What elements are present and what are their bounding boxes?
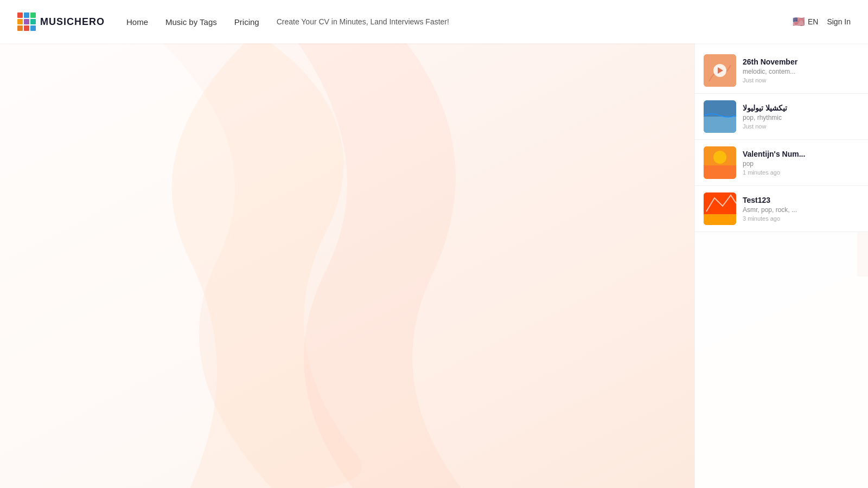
music-time-2: Just now (743, 123, 859, 130)
music-item-2[interactable]: تيكشيلا تيوليولا pop, rhythmic Just now (695, 94, 868, 140)
logo-cell (17, 12, 23, 18)
nav-home[interactable]: Home (126, 17, 148, 27)
logo-cell (30, 19, 36, 24)
nav-right: 🇺🇸 EN Sign In (793, 16, 851, 28)
logo-cell (17, 25, 23, 31)
lang-label: EN (808, 17, 818, 26)
language-selector[interactable]: 🇺🇸 EN (793, 16, 818, 28)
logo-cell (24, 25, 29, 31)
music-thumbnail-1 (704, 54, 736, 87)
music-title-1: 26th November (743, 57, 859, 66)
music-time-3: 1 minutes ago (743, 169, 859, 176)
music-item-3[interactable]: Valentijn's Num... pop 1 minutes ago (695, 140, 868, 186)
svg-rect-5 (704, 165, 736, 179)
music-side-panel: 26th November melodic, contem... Just no… (694, 43, 868, 488)
music-tags-4: Asmr, pop, rock, ... (743, 206, 859, 214)
logo-cell (17, 19, 23, 24)
nav-links: Home Music by Tags Pricing Create Your C… (126, 17, 793, 27)
music-thumbnail-2 (704, 100, 736, 133)
logo-cell (30, 25, 36, 31)
music-time-1: Just now (743, 77, 859, 84)
music-item-4[interactable]: Test123 Asmr, pop, rock, ... 3 minutes a… (695, 186, 868, 232)
flag-icon: 🇺🇸 (793, 16, 805, 28)
logo-cell (24, 19, 29, 24)
music-info-4: Test123 Asmr, pop, rock, ... 3 minutes a… (743, 196, 859, 222)
play-button-1[interactable] (713, 64, 726, 77)
music-tags-1: melodic, contem... (743, 68, 859, 75)
music-info-1: 26th November melodic, contem... Just no… (743, 57, 859, 84)
logo[interactable]: MUSICHERO (17, 12, 105, 31)
svg-point-6 (713, 151, 726, 164)
music-item-1[interactable]: 26th November melodic, contem... Just no… (695, 48, 868, 94)
svg-rect-8 (704, 214, 736, 225)
nav-music-by-tags[interactable]: Music by Tags (165, 17, 217, 27)
logo-text: MUSICHERO (40, 16, 105, 28)
logo-grid (17, 12, 36, 31)
logo-cell (24, 12, 29, 18)
navbar: MUSICHERO Home Music by Tags Pricing Cre… (0, 0, 868, 43)
music-title-2: تيكشيلا تيوليولا (743, 104, 859, 112)
music-info-3: Valentijn's Num... pop 1 minutes ago (743, 150, 859, 176)
music-thumbnail-3 (704, 146, 736, 179)
nav-pricing[interactable]: Pricing (234, 17, 259, 27)
music-time-4: 3 minutes ago (743, 215, 859, 222)
sign-in-button[interactable]: Sign In (827, 17, 851, 26)
music-info-2: تيكشيلا تيوليولا pop, rhythmic Just now (743, 104, 859, 130)
music-tags-2: pop, rhythmic (743, 114, 859, 121)
music-title-4: Test123 (743, 196, 859, 204)
nav-cta-link[interactable]: Create Your CV in Minutes, Land Intervie… (277, 17, 449, 26)
play-triangle-icon (718, 67, 723, 74)
music-tags-3: pop (743, 160, 859, 168)
music-thumbnail-4 (704, 192, 736, 225)
svg-rect-3 (704, 117, 736, 133)
logo-cell (30, 12, 36, 18)
music-title-3: Valentijn's Num... (743, 150, 859, 158)
